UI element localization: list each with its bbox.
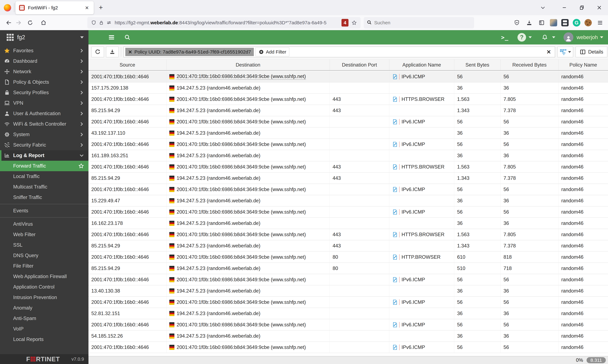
sidebar-item-sniffer-traffic[interactable]: Sniffer Traffic: [0, 192, 89, 203]
global-search-icon[interactable]: [123, 33, 132, 42]
sidebar-item-local-reports[interactable]: Local Reports: [0, 334, 89, 345]
shield-icon[interactable]: [90, 19, 98, 26]
details-button[interactable]: Details: [575, 47, 607, 57]
help-icon[interactable]: ?: [517, 33, 526, 42]
menu-hamburger-icon[interactable]: [596, 19, 604, 27]
table-row[interactable]: 13.40.130.38 194.247.5.23 (random46.webe…: [89, 286, 608, 297]
destination-link[interactable]: 2001:470:1f0b:16b0:6986:b8d4:3649:9cbe (…: [177, 96, 306, 102]
hostname-selector[interactable]: fg2: [0, 30, 89, 44]
destination-link[interactable]: 194.247.5.23 (random46.weberlab.de): [177, 243, 260, 249]
column-header-policy-name[interactable]: Policy Name: [558, 60, 608, 70]
column-header-sent-bytes[interactable]: Sent Bytes: [454, 60, 501, 70]
sidebar-item-anti-spam[interactable]: Anti-Spam: [0, 313, 89, 324]
sidebar-item-network[interactable]: Network: [0, 66, 89, 77]
restore-button[interactable]: [573, 0, 591, 15]
destination-link[interactable]: 194.247.5.23 (random46.weberlab.de): [177, 333, 260, 339]
password-manager-extension-icon[interactable]: [561, 19, 569, 26]
sidebar-item-user-authentication[interactable]: User & Authentication: [0, 108, 89, 119]
sidebar-item-application-control[interactable]: Application Control: [0, 282, 89, 292]
search-input[interactable]: [374, 20, 471, 26]
table-row[interactable]: 85.215.94.29 194.247.5.23 (random46.webe…: [89, 263, 608, 274]
table-row[interactable]: 157.175.209.138 194.247.5.23 (random46.w…: [89, 82, 608, 94]
table-row[interactable]: 85.215.94.29 194.247.5.23 (random46.webe…: [89, 173, 608, 184]
add-filter-button[interactable]: Add Filter: [255, 48, 289, 56]
minimize-button[interactable]: [556, 0, 573, 15]
refresh-button[interactable]: [91, 47, 104, 57]
table-row[interactable]: 2001:470:1f0b:16b0::4646 2001:470:1f0b:1…: [89, 207, 608, 218]
table-row[interactable]: 2001:470:1f0b:16b0::4646 2001:470:1f0b:1…: [89, 229, 608, 240]
cookie-extension-icon[interactable]: [584, 19, 592, 26]
close-button[interactable]: [591, 0, 608, 15]
column-header-source[interactable]: Source: [89, 60, 167, 70]
notifications-bell-icon[interactable]: [540, 33, 550, 42]
sidebar-item-web-filter[interactable]: Web Filter: [0, 229, 89, 240]
url-text[interactable]: https://fg2-mgmt.weberlab.de:8443/ng/log…: [115, 20, 340, 26]
sidebar-item-antivirus[interactable]: AntiVirus: [0, 219, 89, 229]
firefox-logo-icon[interactable]: [4, 4, 11, 12]
table-row[interactable]: 2001:470:1f0b:16b0::4646 2001:470:1f0b:1…: [89, 297, 608, 308]
reload-icon[interactable]: [26, 18, 35, 27]
table-row[interactable]: 2001:470:1f0b:16b0::4646 2001:470:1f0b:1…: [89, 184, 608, 195]
destination-link[interactable]: 2001:470:1f0b:16b0:6986:b8d4:3649:9cbe (…: [177, 209, 306, 215]
grammarly-extension-icon[interactable]: G: [573, 19, 580, 26]
sidebar-item-security-fabric[interactable]: Security Fabric: [0, 140, 89, 150]
sidebar-item-dns-query[interactable]: DNS Query: [0, 250, 89, 261]
destination-link[interactable]: 2001:470:1f0b:16b0:6986:b8d4:3649:9cbe (…: [177, 164, 306, 170]
table-row[interactable]: 15.229.49.47 194.247.5.23 (random46.webe…: [89, 195, 608, 207]
destination-link[interactable]: 194.247.5.23 (random46.weberlab.de): [177, 175, 260, 181]
chevron-down-icon[interactable]: [529, 36, 532, 38]
sidebar-item-intrusion-prevention[interactable]: Intrusion Prevention: [0, 292, 89, 303]
destination-link[interactable]: 194.247.5.23 (random46.weberlab.de): [177, 85, 260, 91]
sidebar-item-ssl[interactable]: SSL: [0, 240, 89, 250]
downloads-icon[interactable]: [525, 19, 533, 27]
destination-link[interactable]: 2001:470:1f0b:16b0:6986:b8d4:3649:9cbe (…: [177, 74, 306, 80]
photo-extension-icon[interactable]: [550, 19, 557, 26]
sidebar-item-anomaly[interactable]: Anomaly: [0, 303, 89, 313]
table-row[interactable]: 2001:470:1f0b:16b0::4646 2001:470:1f0b:1…: [89, 116, 608, 128]
sidebar-item-file-filter[interactable]: File Filter: [0, 261, 89, 271]
home-icon[interactable]: [39, 18, 48, 27]
list-all-tabs-icon[interactable]: [537, 0, 549, 15]
destination-link[interactable]: 194.247.5.23 (random46.weberlab.de): [177, 221, 260, 226]
destination-link[interactable]: 2001:470:1f0b:16b0:6986:b8d4:3649:9cbe (…: [177, 119, 306, 125]
blocked-count-badge[interactable]: 4: [341, 19, 349, 26]
sidebar-item-events[interactable]: Events: [0, 206, 89, 216]
tab-close-icon[interactable]: ✕: [84, 4, 90, 11]
table-row[interactable]: 2001:470:1f0b:16b0::4646 2001:470:1f0b:1…: [89, 252, 608, 263]
search-bar[interactable]: [364, 17, 474, 28]
device-dropdown-button[interactable]: [557, 47, 573, 57]
new-tab-button[interactable]: +: [99, 3, 103, 12]
destination-link[interactable]: 194.247.5.23 (random46.weberlab.de): [177, 198, 260, 204]
table-row[interactable]: 2001:470:1f0b:16b0::4646 2001:470:1f0b:1…: [89, 71, 608, 82]
pocket-shield-icon[interactable]: [513, 19, 521, 27]
column-header-received-bytes[interactable]: Received Bytes: [501, 60, 558, 70]
destination-link[interactable]: 2001:470:1f0b:16b0:6986:b8d4:3649:9cbe (…: [177, 277, 306, 283]
sidebar-item-forward-traffic[interactable]: Forward Traffic: [0, 161, 89, 171]
clear-filters-icon[interactable]: ✕: [544, 49, 553, 55]
back-icon[interactable]: [4, 18, 14, 27]
sidebar-item-log-report[interactable]: Log & Report: [0, 150, 89, 161]
filter-bar[interactable]: ✕ Policy UUID: 7ad8e97a-6a49-51ed-7f69-c…: [123, 47, 555, 57]
sidebar-toggle-icon[interactable]: [537, 19, 546, 27]
table-row[interactable]: 2001:470:1f0b:16b0::4646 2001:470:1f0b:1…: [89, 274, 608, 286]
table-row[interactable]: 85.215.94.29 194.247.5.23 (random46.webe…: [89, 240, 608, 252]
destination-link[interactable]: 194.247.5.23 (random46.weberlab.de): [177, 311, 260, 316]
destination-link[interactable]: 2001:470:1f0b:16b0:6986:b8d4:3649:9cbe (…: [177, 344, 306, 350]
lock-icon[interactable]: [98, 19, 105, 26]
table-row[interactable]: 54.185.152.26 194.247.5.23 (random46.web…: [89, 330, 608, 342]
destination-link[interactable]: 2001:470:1f0b:16b0:6986:b8d4:3649:9cbe (…: [177, 322, 306, 328]
destination-link[interactable]: 194.247.5.23 (random46.weberlab.de): [177, 266, 260, 271]
table-row[interactable]: 2001:470:1f0b:16b0::4646 2001:470:1f0b:1…: [89, 139, 608, 150]
table-row[interactable]: 2001:470:1f0b:16b0::4646 2001:470:1f0b:1…: [89, 319, 608, 330]
sidebar-item-dashboard[interactable]: Dashboard: [0, 56, 89, 66]
username-label[interactable]: weberjoh: [577, 34, 598, 40]
cli-console-icon[interactable]: >_: [501, 34, 509, 41]
chevron-down-icon[interactable]: [552, 36, 555, 38]
column-header-destination[interactable]: Destination: [167, 60, 330, 70]
table-row[interactable]: 2001:470:1f0b:16b0::4646 2001:470:1f0b:1…: [89, 342, 608, 353]
user-avatar[interactable]: [564, 32, 573, 42]
favorite-star-icon[interactable]: [78, 163, 84, 169]
sidebar-item-web-application-firewall[interactable]: Web Application Firewall: [0, 271, 89, 282]
table-row[interactable]: 43.192.137.110 194.247.5.23 (random46.we…: [89, 128, 608, 139]
table-row[interactable]: 2001:470:1f0b:16b0::4646 2001:470:1f0b:1…: [89, 161, 608, 173]
